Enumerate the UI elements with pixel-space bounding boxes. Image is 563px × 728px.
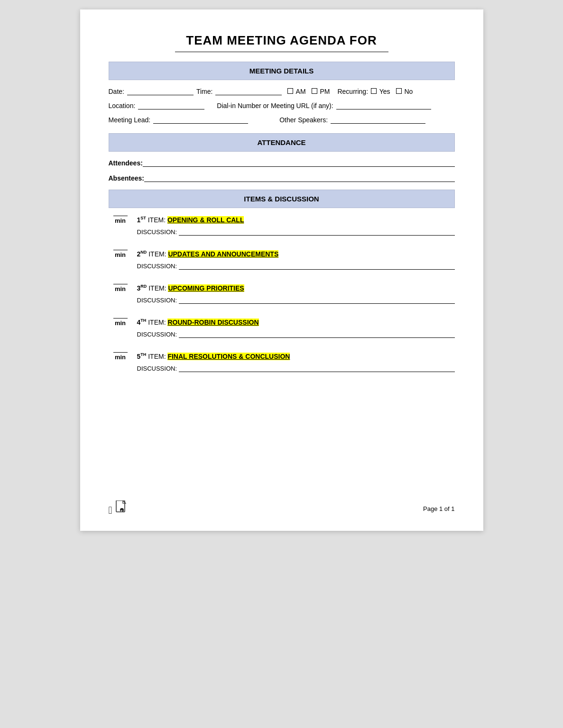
item-number-1: 1ST — [137, 216, 146, 224]
item-prefix-5: ITEM: — [148, 353, 167, 360]
item-prefix-2: ITEM: — [148, 250, 168, 258]
location-label: Location: — [109, 102, 136, 109]
document-icon: e — [115, 500, 129, 514]
discussion-row-2: DISCUSSION: — [137, 262, 455, 270]
date-label: Date: — [109, 88, 124, 95]
meeting-details-section: MEETING DETAILS Date: Time: AM PM Recurr… — [109, 62, 455, 124]
no-checkbox-group: No — [396, 88, 413, 95]
item-number-5: 5TH — [137, 353, 147, 360]
min-block-3: min — [109, 284, 132, 292]
date-field[interactable] — [127, 88, 194, 95]
item-prefix-3: ITEM: — [148, 284, 168, 292]
item-title-4: 4TH ITEM: ROUND-ROBIN DISCUSSION — [137, 318, 455, 326]
item-highlight-1: OPENING & ROLL CALL — [167, 216, 244, 224]
am-label: AM — [296, 88, 306, 95]
item-highlight-2: UPDATES AND ANNOUNCEMENTS — [168, 250, 278, 258]
item-title-1: 1ST ITEM: OPENING & ROLL CALL — [137, 216, 455, 224]
footer-icon:  e — [109, 500, 129, 517]
discussion-label-5: DISCUSSION: — [137, 365, 177, 372]
discussion-field-3[interactable] — [179, 296, 454, 304]
no-label: No — [404, 88, 413, 95]
am-checkbox[interactable] — [287, 88, 293, 94]
pm-checkbox[interactable] — [312, 88, 317, 94]
min-line-1 — [113, 216, 128, 216]
agenda-item-4: min 4TH ITEM: ROUND-ROBIN DISCUSSION DIS… — [109, 318, 455, 338]
item-number-3: 3RD — [137, 284, 147, 292]
time-field[interactable] — [215, 88, 282, 95]
page-number: Page 1 of 1 — [423, 505, 455, 512]
discussion-label-2: DISCUSSION: — [137, 263, 177, 270]
item-prefix-1: ITEM: — [148, 216, 167, 224]
pm-checkbox-group: PM — [312, 88, 330, 95]
footer:  e Page 1 of 1 — [109, 500, 455, 517]
dialin-label: Dial-in Number or Meeting URL (if any): — [217, 102, 333, 109]
discussion-row-3: DISCUSSION: — [137, 296, 455, 304]
item-highlight-4: ROUND-ROBIN DISCUSSION — [167, 318, 258, 326]
discussion-label-4: DISCUSSION: — [137, 331, 177, 338]
discussion-field-1[interactable] — [179, 228, 454, 236]
min-line-2 — [113, 250, 128, 250]
discussion-row-5: DISCUSSION: — [137, 364, 455, 372]
absentees-row: Absentees : — [109, 174, 455, 182]
meeting-lead-field[interactable] — [153, 116, 248, 124]
attendance-section: ATTENDANCE Attendees: Absentees : — [109, 133, 455, 182]
document-page: TEAM MEETING AGENDA FOR MEETING DETAILS … — [80, 9, 483, 531]
min-line-4 — [113, 318, 128, 318]
discussion-label-1: DISCUSSION: — [137, 228, 177, 236]
min-text-1: min — [115, 217, 126, 224]
date-time-row: Date: Time: AM PM Recurring: Yes No — [109, 88, 455, 95]
item-highlight-5: FINAL RESOLUTIONS & CONCLUSION — [167, 353, 290, 360]
item-ordinal-2: ND — [140, 250, 147, 255]
min-block-4: min — [109, 318, 132, 327]
dialin-field[interactable] — [336, 102, 431, 109]
items-discussion-header: ITEMS & DISCUSSION — [109, 190, 455, 208]
recurring-label: Recurring: — [337, 88, 368, 95]
attendees-row: Attendees: — [109, 159, 455, 167]
lead-row: Meeting Lead: Other Speakers: — [109, 116, 455, 124]
item-number-4: 4TH — [137, 318, 147, 326]
no-checkbox[interactable] — [396, 88, 402, 94]
min-line-5 — [113, 352, 128, 353]
item-ordinal-4: TH — [140, 318, 146, 323]
agenda-item-2: min 2ND ITEM: UPDATES AND ANNOUNCEMENTS … — [109, 250, 455, 270]
items-discussion-section: ITEMS & DISCUSSION min 1ST ITEM: OPENING… — [109, 190, 455, 372]
svg-text:e: e — [120, 509, 122, 512]
agenda-item-1: min 1ST ITEM: OPENING & ROLL CALL DISCUS… — [109, 216, 455, 236]
absentees-label: Absentees — [109, 174, 142, 182]
yes-checkbox-group: Yes — [371, 88, 390, 95]
attendance-header: ATTENDANCE — [109, 133, 455, 152]
discussion-field-2[interactable] — [179, 262, 454, 270]
yes-checkbox[interactable] — [371, 88, 377, 94]
item-ordinal-1: ST — [140, 216, 146, 220]
meeting-details-header: MEETING DETAILS — [109, 62, 455, 80]
location-field[interactable] — [138, 102, 204, 109]
min-block-1: min — [109, 216, 132, 224]
item-highlight-3: UPCOMING PRIORITIES — [168, 284, 244, 292]
min-text-4: min — [115, 319, 126, 327]
other-speakers-field[interactable] — [331, 116, 425, 124]
discussion-field-5[interactable] — [179, 364, 454, 372]
agenda-item-3: min 3RD ITEM: UPCOMING PRIORITIES DISCUS… — [109, 284, 455, 304]
location-row: Location: Dial-in Number or Meeting URL … — [109, 102, 455, 109]
min-text-2: min — [115, 251, 126, 258]
min-block-2: min — [109, 250, 132, 258]
absentees-field[interactable] — [144, 174, 455, 182]
min-block-5: min — [109, 352, 132, 361]
attendees-field[interactable] — [143, 159, 455, 167]
item-ordinal-3: RD — [140, 284, 147, 289]
am-checkbox-group: AM — [287, 88, 305, 95]
meeting-lead-label: Meeting Lead: — [109, 116, 151, 124]
min-line-3 — [113, 284, 128, 284]
discussion-field-4[interactable] — [179, 330, 454, 338]
other-speakers-label: Other Speakers: — [279, 116, 328, 124]
main-title: TEAM MEETING AGENDA FOR — [109, 33, 455, 48]
pm-label: PM — [320, 88, 330, 95]
item-ordinal-5: TH — [140, 352, 146, 357]
item-prefix-4: ITEM: — [148, 318, 167, 326]
discussion-label-3: DISCUSSION: — [137, 297, 177, 304]
min-text-5: min — [115, 354, 126, 361]
attendees-label: Attendees: — [109, 159, 143, 167]
yes-label: Yes — [379, 88, 390, 95]
item-title-3: 3RD ITEM: UPCOMING PRIORITIES — [137, 284, 455, 292]
time-label: Time: — [196, 88, 212, 95]
